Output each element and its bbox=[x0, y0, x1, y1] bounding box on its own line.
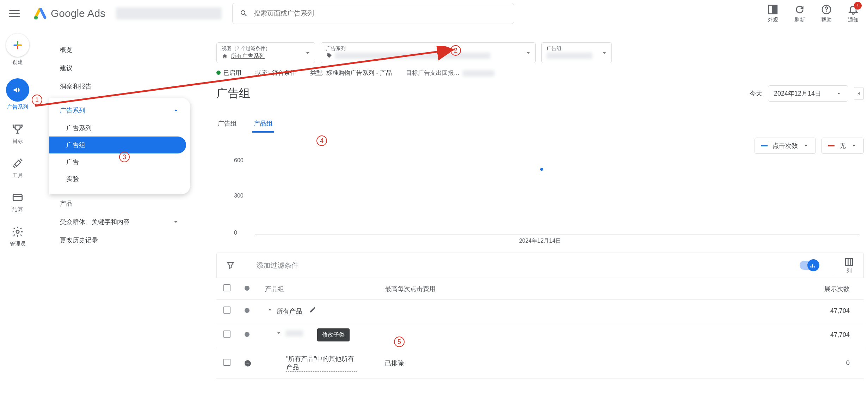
help-button[interactable]: 帮助 bbox=[821, 4, 832, 23]
svg-rect-4 bbox=[13, 195, 22, 201]
max-cpc-cell: 已排除 bbox=[378, 348, 448, 378]
card-icon bbox=[12, 192, 24, 204]
table-row: 修改子类 47,704 bbox=[216, 322, 864, 348]
megaphone-icon bbox=[12, 85, 23, 95]
table-row: − "所有产品"中的其他所有产品 已排除 0 bbox=[216, 348, 864, 378]
main-content: 视图（2 个过滤条件） 所有广告系列 广告系列 广告组 已启用 状态:符合条件 … bbox=[216, 42, 864, 378]
tab-product-group[interactable]: 产品组 bbox=[252, 116, 274, 133]
chart: 600 300 0 2024年12月14日 bbox=[216, 157, 864, 242]
svg-point-5 bbox=[16, 230, 19, 234]
chevron-left-icon bbox=[856, 91, 862, 96]
adgroup-selector[interactable]: 广告组 bbox=[541, 42, 612, 63]
row-checkbox[interactable] bbox=[223, 359, 230, 366]
campaign-status-line: 已启用 状态:符合条件 类型:标准购物广告系列 - 产品 目标广告支出回报… bbox=[216, 69, 864, 77]
nav-ads-child[interactable]: 广告 bbox=[49, 153, 186, 170]
row-checkbox[interactable] bbox=[223, 331, 230, 338]
campaign-selector[interactable]: 广告系列 bbox=[321, 42, 536, 63]
alert-badge: ! bbox=[854, 2, 862, 10]
rail-campaigns[interactable]: 广告系列 bbox=[6, 78, 29, 110]
svg-point-3 bbox=[826, 11, 827, 12]
add-filter-button[interactable]: 添加过滤条件 bbox=[256, 261, 298, 270]
menu-icon[interactable] bbox=[9, 8, 20, 19]
nav-audiences[interactable]: 受众群体、关键字和内容 bbox=[49, 213, 190, 231]
rail-tools[interactable]: 工具 bbox=[12, 157, 24, 179]
status-dot[interactable] bbox=[245, 332, 250, 337]
product-group-name[interactable]: 所有产品 bbox=[277, 308, 302, 315]
col-product-group[interactable]: 产品组 bbox=[258, 278, 378, 300]
impressions-cell: 47,704 bbox=[448, 322, 864, 348]
product-group-name[interactable]: "所有产品"中的其他所有产品 bbox=[286, 355, 357, 372]
caret-down-icon bbox=[304, 49, 311, 56]
nav-campaign-parent[interactable]: 广告系列 bbox=[49, 101, 190, 120]
chevron-down-icon bbox=[172, 218, 180, 226]
rail-billing[interactable]: 结算 bbox=[12, 192, 24, 213]
caret-down-icon bbox=[525, 49, 532, 56]
brand-name: Google Ads bbox=[51, 7, 105, 19]
date-prev-button[interactable] bbox=[854, 87, 864, 100]
date-range-picker[interactable]: 2024年12月14日 bbox=[768, 85, 848, 102]
status-dot[interactable] bbox=[245, 308, 250, 313]
nav-campaign-card: 广告系列 广告系列 广告组 广告 实验 bbox=[49, 98, 190, 194]
table-row: 所有产品 47,704 bbox=[216, 300, 864, 322]
plus-icon bbox=[12, 40, 23, 50]
svg-rect-6 bbox=[845, 259, 852, 266]
google-ads-logo-icon bbox=[34, 7, 47, 20]
refresh-button[interactable]: 刷新 bbox=[794, 4, 805, 23]
blue-line-icon bbox=[761, 145, 768, 146]
row-checkbox[interactable] bbox=[223, 307, 230, 314]
view-selector[interactable]: 视图（2 个过滤条件） 所有广告系列 bbox=[216, 42, 315, 63]
collapse-button[interactable] bbox=[265, 306, 275, 313]
status-enabled[interactable]: 已启用 bbox=[216, 69, 241, 77]
nav-products[interactable]: 产品 bbox=[49, 194, 190, 213]
select-all-checkbox[interactable] bbox=[223, 284, 230, 291]
rail-admin[interactable]: 管理员 bbox=[10, 226, 26, 247]
appearance-button[interactable]: 外观 bbox=[767, 4, 778, 23]
wrench-icon bbox=[12, 157, 24, 169]
search-bar[interactable] bbox=[232, 3, 514, 24]
target-roas: 目标广告支出回报… bbox=[406, 69, 494, 77]
columns-button[interactable]: 列 bbox=[833, 257, 854, 274]
expand-button[interactable] bbox=[274, 329, 284, 337]
campaign-type: 类型:标准购物广告系列 - 产品 bbox=[310, 69, 392, 77]
nav-insights[interactable]: 洞察和报告 bbox=[49, 77, 190, 96]
nav-recommendations[interactable]: 建议 bbox=[49, 59, 190, 77]
nav-adgroups-child[interactable]: 广告组 bbox=[49, 137, 186, 153]
data-point[interactable] bbox=[540, 168, 543, 171]
brand[interactable]: Google Ads bbox=[34, 7, 105, 20]
chart-toggle-icon bbox=[809, 262, 817, 269]
y-tick: 0 bbox=[234, 230, 237, 236]
rail-goals[interactable]: 目标 bbox=[12, 123, 24, 145]
trophy-icon bbox=[12, 123, 24, 135]
search-input[interactable] bbox=[254, 10, 507, 17]
search-icon bbox=[240, 9, 248, 18]
x-axis-label: 2024年12月14日 bbox=[519, 237, 561, 245]
nav-experiments-child[interactable]: 实验 bbox=[49, 170, 186, 187]
filter-bar: 添加过滤条件 列 bbox=[216, 253, 864, 278]
metric-none-selector[interactable]: 无 bbox=[821, 138, 864, 154]
refresh-icon bbox=[794, 4, 805, 15]
caret-down-icon bbox=[835, 90, 842, 97]
product-group-name-blurred[interactable] bbox=[285, 330, 303, 337]
impressions-cell: 47,704 bbox=[448, 300, 864, 322]
pencil-icon[interactable] bbox=[309, 306, 316, 313]
nav-history[interactable]: 更改历史记录 bbox=[49, 231, 190, 249]
chevron-up-icon bbox=[266, 306, 273, 313]
y-tick: 300 bbox=[234, 193, 244, 199]
status-excluded-icon[interactable]: − bbox=[245, 360, 251, 366]
chevron-down-icon bbox=[172, 83, 180, 90]
summary-toggle[interactable] bbox=[800, 261, 819, 270]
col-max-cpc[interactable]: 最高每次点击费用 bbox=[378, 278, 448, 300]
col-impressions[interactable]: 展示次数 bbox=[448, 278, 864, 300]
metric-clicks-selector[interactable]: 点击次数 bbox=[755, 138, 816, 154]
red-line-icon bbox=[828, 145, 835, 146]
tab-adgroup[interactable]: 广告组 bbox=[216, 116, 238, 133]
filter-icon[interactable] bbox=[226, 261, 235, 270]
nav-overview[interactable]: 概览 bbox=[49, 41, 190, 59]
account-name-blurred[interactable] bbox=[116, 7, 222, 19]
svg-point-0 bbox=[34, 16, 38, 20]
caret-down-icon bbox=[803, 143, 809, 149]
nav-campaigns-child[interactable]: 广告系列 bbox=[49, 120, 186, 137]
appearance-icon bbox=[767, 4, 778, 15]
create-button[interactable]: 创建 bbox=[6, 34, 29, 66]
notifications-button[interactable]: ! 通知 bbox=[848, 4, 859, 23]
